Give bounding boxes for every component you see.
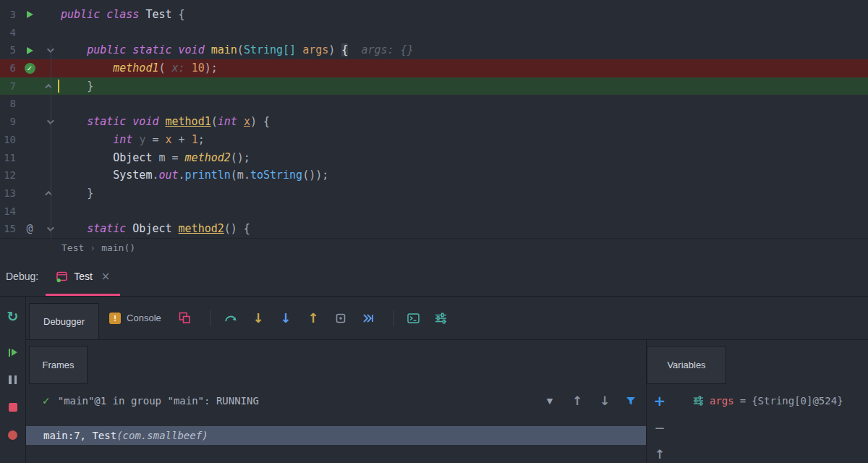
code-text: static void method1(int x) {	[61, 113, 868, 131]
code-token: .	[179, 169, 185, 182]
gutter-icon-slot[interactable]	[19, 41, 41, 59]
line-number[interactable]: 5	[0, 41, 19, 59]
code-line[interactable]: 6✓ method1( x: 10);	[0, 59, 868, 77]
debug-toolwindow-header: Debug: Test ×	[0, 257, 868, 297]
code-token: System	[113, 169, 152, 182]
fold-slot[interactable]	[41, 41, 58, 59]
code-line[interactable]: 8	[0, 95, 868, 113]
tab-variables[interactable]: Variables	[647, 346, 726, 384]
editor-gutter[interactable]: 7	[0, 77, 58, 95]
line-number[interactable]: 14	[0, 203, 19, 221]
restore-layout-icon[interactable]	[174, 307, 196, 329]
remove-watch-icon[interactable]: −	[650, 418, 669, 437]
line-number[interactable]: 13	[0, 184, 19, 203]
line-number[interactable]: 15	[0, 220, 19, 238]
breadcrumb-file[interactable]: Test	[61, 242, 84, 253]
debug-session-tab-label: Test	[74, 271, 93, 282]
active-tab-underline	[46, 294, 120, 296]
editor-gutter[interactable]: 3	[0, 6, 58, 24]
editor-gutter[interactable]: 10	[0, 131, 58, 149]
code-token: (	[158, 61, 171, 75]
close-icon[interactable]: ×	[101, 270, 111, 283]
step-into-icon[interactable]: ↓	[247, 307, 269, 329]
pause-icon[interactable]	[4, 370, 22, 389]
run-icon[interactable]	[27, 47, 33, 54]
editor-gutter[interactable]: 13	[0, 184, 58, 203]
line-number[interactable]: 9	[0, 113, 19, 131]
code-token	[61, 133, 113, 146]
variable-row[interactable]: args = {String[0]@524}	[673, 391, 868, 410]
code-area[interactable]: 3public class Test {45 public static voi…	[0, 0, 868, 238]
debug-settings-icon[interactable]	[430, 307, 452, 329]
code-token: args	[302, 43, 328, 56]
code-token	[61, 222, 87, 235]
editor-gutter[interactable]: 5	[0, 41, 58, 59]
debug-session-tab[interactable]: Test ×	[46, 257, 120, 296]
line-number[interactable]: 11	[0, 149, 19, 167]
editor-gutter[interactable]: 15@	[0, 220, 58, 238]
editor-gutter[interactable]: 14	[0, 203, 58, 221]
line-number[interactable]: 12	[0, 166, 19, 184]
drop-frame-icon[interactable]	[330, 307, 352, 329]
editor-gutter[interactable]: 6✓	[0, 59, 58, 77]
code-line[interactable]: 3public class Test {	[0, 6, 868, 24]
force-step-into-icon[interactable]: ↓	[275, 307, 297, 329]
code-line[interactable]: 9 static void method1(int x) {	[0, 113, 868, 131]
code-line[interactable]: 14	[0, 203, 868, 221]
line-number[interactable]: 3	[0, 6, 19, 24]
breadcrumb-member[interactable]: main()	[101, 242, 135, 253]
step-out-icon[interactable]: ↑	[302, 307, 324, 329]
code-line[interactable]: 12 System.out.println(m.toString());	[0, 166, 868, 184]
frame-row[interactable]: main:7, Test (com.smallbeef)	[26, 426, 646, 445]
gutter-icon-slot[interactable]: ✓	[19, 59, 41, 77]
rerun-icon[interactable]: ↻	[4, 307, 22, 326]
line-number[interactable]: 7	[0, 77, 19, 95]
line-number[interactable]: 4	[0, 24, 19, 42]
step-over-icon[interactable]	[220, 307, 242, 329]
thread-selector[interactable]: ✓ "main"@1 in group "main": RUNNING ▼ ↑ …	[26, 384, 646, 417]
fold-slot[interactable]	[41, 113, 58, 131]
add-watch-icon[interactable]: +	[650, 391, 669, 410]
code-line[interactable]: 4	[0, 24, 868, 42]
stop-icon[interactable]	[4, 398, 22, 417]
move-watch-up-icon[interactable]: ↑	[650, 445, 669, 463]
run-to-cursor-icon[interactable]	[357, 307, 379, 329]
code-line[interactable]: 13 }	[0, 184, 868, 203]
line-number[interactable]: 10	[0, 131, 19, 149]
filter-icon[interactable]	[620, 396, 642, 406]
code-line[interactable]: 5 public static void main(String[] args)…	[0, 41, 868, 59]
code-line[interactable]: 11 Object m = method2();	[0, 149, 868, 167]
editor-gutter[interactable]: 4	[0, 24, 58, 42]
editor-gutter[interactable]: 11	[0, 149, 58, 167]
tab-console[interactable]: ! Console	[109, 313, 161, 324]
tab-debugger[interactable]: Debugger	[29, 303, 99, 339]
breakpoint-verified-icon[interactable]: ✓	[25, 63, 35, 74]
tab-frames[interactable]: Frames	[29, 346, 88, 384]
debug-toolbar: Debugger ! Console	[26, 297, 868, 340]
chevron-down-icon[interactable]: ▼	[539, 396, 561, 406]
code-token: Test	[145, 8, 178, 21]
evaluate-expression-icon[interactable]	[403, 307, 425, 329]
code-text	[61, 24, 868, 42]
step-over-glyph	[224, 313, 237, 323]
line-number[interactable]: 8	[0, 95, 19, 113]
code-line[interactable]: 15@ static Object method2() {	[0, 220, 868, 238]
gutter-icon-slot[interactable]	[19, 6, 41, 24]
editor-gutter[interactable]: 12	[0, 166, 58, 184]
code-line[interactable]: 10 int y = x + 1;	[0, 131, 868, 149]
resume-icon[interactable]	[4, 343, 22, 362]
previous-frame-icon[interactable]: ↑	[566, 394, 588, 408]
run-icon[interactable]	[27, 11, 33, 18]
code-token: m =	[158, 151, 184, 164]
fold-slot[interactable]	[41, 77, 58, 95]
code-line[interactable]: 7 }	[0, 77, 868, 95]
breakpoints-icon[interactable]	[4, 425, 22, 444]
debug-content: Frames ✓ "main"@1 in group "main": RUNNI…	[26, 340, 868, 463]
fold-slot[interactable]	[41, 220, 58, 238]
editor-gutter[interactable]: 9	[0, 113, 58, 131]
fold-slot[interactable]	[41, 184, 58, 203]
next-frame-icon[interactable]: ↓	[594, 394, 616, 408]
gutter-icon-slot[interactable]: @	[19, 220, 41, 238]
editor-gutter[interactable]: 8	[0, 95, 58, 113]
line-number[interactable]: 6	[0, 59, 19, 77]
